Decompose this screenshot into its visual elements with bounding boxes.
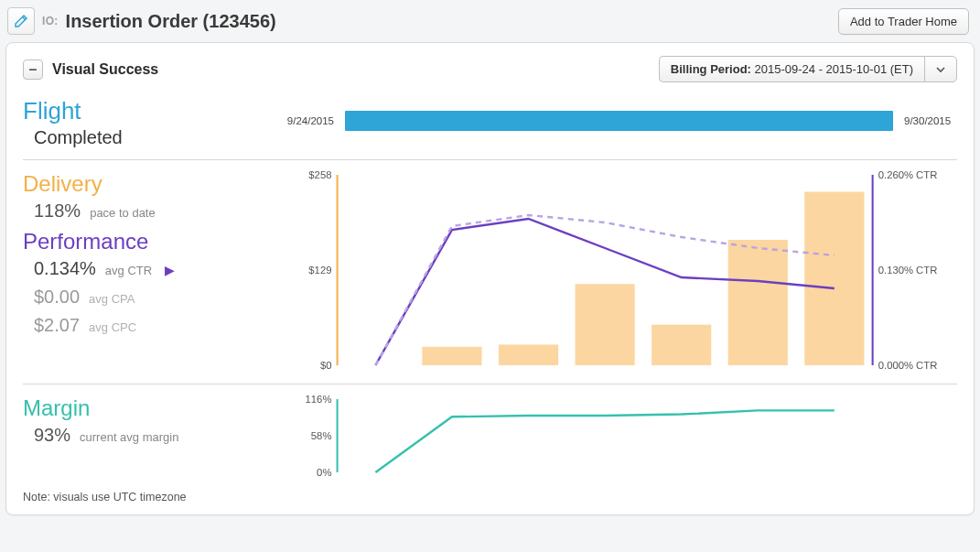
perf-ctr-value: 0.134% [34,258,96,279]
perf-cpc-value: $2.07 [34,315,80,336]
perf-cpc[interactable]: $2.07 avg CPC [34,315,266,336]
svg-rect-13 [804,192,864,365]
panel-title: Visual Success [52,61,158,78]
divider [23,159,957,160]
billing-label-prefix: Billing Period: [671,62,751,76]
margin-label: current avg margin [80,430,178,444]
flight-start-date: 9/24/2015 [281,115,334,126]
edit-io-button[interactable] [7,7,35,35]
svg-rect-10 [576,284,635,365]
add-to-trader-home-button[interactable]: Add to Trader Home [838,8,969,35]
svg-text:58%: 58% [311,430,332,441]
panel-header: – Visual Success Billing Period: 2015-09… [23,56,957,82]
svg-text:0.130% CTR: 0.130% CTR [878,265,938,276]
perf-cpa-label: avg CPA [89,292,135,306]
billing-period-caret[interactable] [924,56,957,82]
margin-metric: 93% current avg margin [34,425,266,446]
margin-chart: 0%58%116% [281,395,957,478]
svg-rect-11 [652,325,711,365]
visual-success-panel: – Visual Success Billing Period: 2015-09… [5,42,975,515]
chevron-down-icon [935,64,946,75]
svg-rect-9 [499,344,558,365]
perf-cpa-value: $0.00 [34,287,80,308]
performance-title: Performance [23,229,266,254]
flight-title: Flight [23,97,266,125]
perf-ctr-label: avg CTR [105,264,152,277]
svg-text:116%: 116% [306,395,332,405]
flight-progress-bar [345,111,893,131]
margin-value: 93% [34,425,70,446]
billing-value: 2015-09-24 - 2015-10-01 (ET) [755,62,913,76]
billing-period-label[interactable]: Billing Period: 2015-09-24 - 2015-10-01 … [659,56,924,82]
triangle-right-icon: ▶ [165,263,175,277]
page-title: Insertion Order (123456) [66,11,276,32]
divider [23,384,957,384]
flight-end-date: 9/30/2015 [904,115,957,126]
svg-rect-8 [422,347,481,365]
svg-rect-12 [728,240,788,365]
delivery-title: Delivery [23,171,266,197]
io-prefix: IO: [42,15,59,27]
svg-text:0.260% CTR: 0.260% CTR [878,171,938,180]
collapse-toggle[interactable]: – [23,60,43,80]
margin-title: Margin [23,395,266,421]
svg-text:0.000% CTR: 0.000% CTR [878,360,938,371]
billing-period-dropdown[interactable]: Billing Period: 2015-09-24 - 2015-10-01 … [659,56,957,82]
svg-text:$258: $258 [308,171,331,180]
delivery-value: 118% [34,200,81,222]
flight-row: Flight Completed 9/24/2015 9/30/2015 [23,97,957,148]
performance-metrics: 0.134% avg CTR ▶ $0.00 avg CPA $2.07 avg… [23,258,266,336]
page-header: IO: Insertion Order (123456) Add to Trad… [5,5,975,42]
delivery-performance-chart: $0$129$2580.000% CTR0.130% CTR0.260% CTR [281,171,957,373]
timezone-note: Note: visuals use UTC timezone [23,491,957,503]
flight-status: Completed [34,127,266,148]
delivery-performance-row: Delivery 118% pace to date Performance 0… [23,171,957,373]
svg-text:0%: 0% [317,467,331,478]
svg-text:$129: $129 [308,265,331,276]
svg-text:$0: $0 [320,360,332,371]
flight-chart: 9/24/2015 9/30/2015 [281,104,957,137]
perf-cpc-label: avg CPC [89,320,136,334]
perf-ctr[interactable]: 0.134% avg CTR ▶ [34,258,266,279]
delivery-metric: 118% pace to date [34,200,266,222]
pencil-icon [13,13,29,29]
perf-cpa[interactable]: $0.00 avg CPA [34,287,266,308]
delivery-label: pace to date [90,206,156,220]
margin-row: Margin 93% current avg margin 0%58%116% [23,395,957,478]
